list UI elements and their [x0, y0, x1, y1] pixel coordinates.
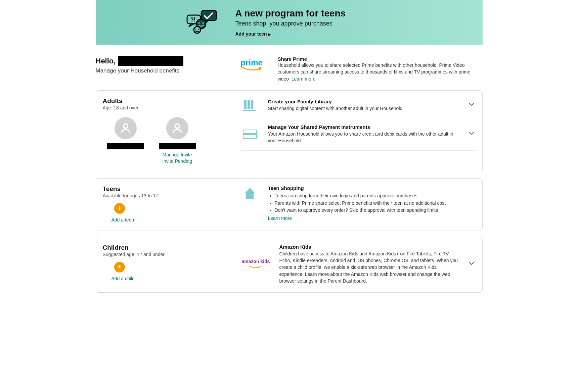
teen-bullet-2: Parents with Prime share select Prime be…	[275, 200, 476, 207]
add-child-label[interactable]: Add a child	[112, 276, 135, 281]
svg-rect-11	[251, 100, 253, 109]
chevron-down-icon	[469, 102, 476, 109]
teen-bullet-1: Teens can shop from their own login and …	[275, 192, 476, 200]
svg-point-7	[123, 124, 128, 128]
home-icon	[240, 185, 259, 199]
amazon-kids-row[interactable]: amazon kids Amazon Kids Children have ac…	[240, 244, 476, 284]
manage-invite-link[interactable]: Manage Invite	[163, 152, 192, 157]
teen-bullet-3: Don't want to approve every order? Skip …	[275, 207, 476, 214]
svg-rect-12	[243, 110, 256, 111]
teen-program-banner[interactable]: ?! A new program for teens Teens shop,	[96, 0, 483, 45]
add-your-teen-link[interactable]: Add your teen ▶	[235, 31, 346, 37]
children-card: Children Suggested age: 12 and under + A…	[96, 237, 483, 293]
greeting: Hello,	[96, 56, 184, 66]
adults-age: Age: 18 and over	[103, 105, 227, 110]
add-child-button[interactable]: +	[114, 262, 125, 273]
teens-card: Teens Available for ages 13 to 17 + Add …	[96, 178, 483, 231]
banner-subtitle: Teens shop, you approve purchases	[235, 20, 346, 27]
amazon-kids-desc: Children have access to Amazon Kids and …	[279, 250, 461, 284]
library-icon	[240, 99, 259, 112]
adults-heading: Adults	[103, 97, 227, 105]
svg-rect-10	[248, 100, 250, 109]
svg-rect-9	[244, 100, 247, 109]
family-library-title: Create your Family Library	[268, 99, 460, 104]
prime-logo: prime	[241, 58, 271, 82]
shared-payment-row[interactable]: Manage Your Shared Payment Instruments Y…	[240, 118, 476, 151]
avatar-icon	[115, 117, 137, 139]
adult-profile-1[interactable]	[103, 117, 148, 164]
svg-rect-0	[201, 10, 217, 20]
user-name-redacted	[118, 56, 183, 66]
svg-point-8	[175, 124, 179, 128]
teen-shopping-title: Teen Shopping	[268, 185, 476, 191]
banner-chat-icon: ?!	[109, 9, 223, 36]
teen-learn-more[interactable]: Learn more	[268, 215, 292, 221]
adult-1-name-redacted	[107, 143, 144, 149]
add-teen-label[interactable]: Add a teen	[112, 217, 134, 223]
card-icon	[240, 129, 259, 140]
add-teen-button[interactable]: +	[114, 203, 125, 214]
share-prime-learn-more[interactable]: Learn more	[292, 76, 316, 82]
adult-profile-2[interactable]: Manage Invite Invite Pending	[154, 117, 200, 164]
svg-text:?!: ?!	[190, 17, 195, 22]
svg-point-6	[198, 29, 199, 30]
adult-2-name-redacted	[159, 143, 196, 149]
chevron-down-icon	[469, 131, 476, 138]
family-library-row[interactable]: Create your Family Library Start sharing…	[240, 97, 476, 118]
svg-point-5	[195, 29, 196, 30]
teens-age: Available for ages 13 to 17	[103, 193, 227, 198]
shared-payment-title: Manage Your Shared Payment Instruments	[268, 124, 460, 130]
banner-title: A new program for teens	[235, 8, 346, 19]
svg-rect-14	[243, 133, 257, 135]
teens-heading: Teens	[103, 185, 227, 193]
teen-shopping-list: Teens can shop from their own login and …	[275, 192, 476, 214]
share-prime-block: prime Share Prime Household allows you t…	[241, 56, 483, 82]
svg-point-4	[194, 27, 201, 33]
manage-benefits-label: Manage your Household benefits	[96, 67, 184, 74]
invite-pending-status: Invite Pending	[162, 158, 192, 164]
adults-card: Adults Age: 18 and over Manage Invite In…	[96, 90, 483, 172]
family-library-desc: Start sharing digital content with anoth…	[268, 105, 460, 112]
amazon-kids-title: Amazon Kids	[279, 244, 461, 250]
share-prime-desc: Household allows you to share selected P…	[278, 62, 483, 82]
share-prime-title: Share Prime	[278, 56, 483, 62]
chevron-down-icon	[469, 261, 476, 268]
avatar-icon	[166, 117, 188, 139]
children-age: Suggested age: 12 and under	[103, 252, 227, 257]
amazon-kids-logo: amazon kids	[240, 259, 271, 270]
shared-payment-desc: Your Amazon Household allows you to shar…	[268, 131, 460, 144]
children-heading: Children	[103, 244, 227, 251]
